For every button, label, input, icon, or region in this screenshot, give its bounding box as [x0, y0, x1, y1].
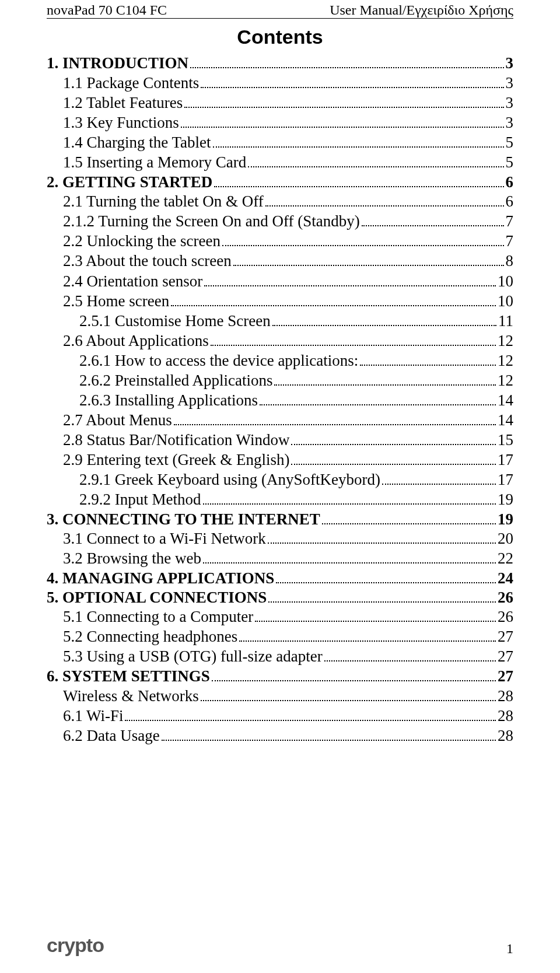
toc-page: 5 [506, 134, 514, 152]
toc-label: 2.1 Turning the tablet On & Off [63, 192, 264, 211]
toc-leader [382, 473, 496, 485]
toc-leader [214, 176, 503, 188]
toc-label: 1.4 Charging the Tablet [63, 134, 211, 152]
toc-page: 14 [498, 411, 513, 429]
toc-page: 7 [506, 212, 514, 230]
toc-page: 20 [498, 530, 513, 548]
toc-label: 1.2 Tablet Features [63, 94, 183, 112]
toc-entry: 5.1 Connecting to a Computer26 [63, 608, 513, 626]
toc-label: 2.5 Home screen [63, 292, 169, 310]
toc-entry: 3.2 Browsing the web22 [63, 550, 513, 568]
toc-leader [203, 493, 496, 505]
toc-label: 2.4 Orientation sensor [63, 272, 202, 290]
toc-leader [204, 275, 496, 286]
toc-entry: 3. CONNECTING TO THE INTERNET19 [47, 510, 513, 528]
brand-logo: crypto [47, 934, 104, 957]
toc-page: 22 [498, 550, 513, 568]
toc-label: 2.6.2 Preinstalled Applications [79, 372, 272, 390]
toc-leader [171, 295, 496, 306]
toc-label: 2.6 About Applications [63, 332, 209, 350]
toc-entry: Wireless & Networks28 [63, 687, 513, 705]
toc-entry: 2.9 Entering text (Greek & English)17 [63, 451, 513, 469]
toc-label: 2.9.1 Greek Keyboard using (AnySoftKeybo… [79, 471, 380, 489]
toc-leader [212, 670, 496, 682]
toc-page: 19 [498, 491, 513, 509]
toc-entry: 2.9.1 Greek Keyboard using (AnySoftKeybo… [79, 471, 513, 489]
toc-label: 2.3 About the touch screen [63, 252, 232, 270]
toc-leader [239, 631, 496, 642]
toc-leader [222, 235, 504, 247]
table-of-contents: 1. INTRODUCTION31.1 Package Contents31.2… [47, 54, 513, 745]
toc-entry: 3.1 Connect to a Wi-Fi Network20 [63, 530, 513, 548]
toc-leader [360, 354, 496, 366]
toc-label: 6.2 Data Usage [63, 727, 160, 745]
toc-entry: 2.6.2 Preinstalled Applications12 [79, 372, 513, 390]
header-bar: novaPad 70 C104 FC User Manual/Εγχειρίδι… [47, 0, 513, 19]
toc-page: 6 [506, 173, 514, 191]
toc-leader [233, 255, 504, 267]
toc-page: 28 [498, 707, 513, 725]
header-left: novaPad 70 C104 FC [47, 2, 167, 18]
toc-leader [291, 453, 496, 465]
page-number: 1 [506, 941, 513, 957]
footer: crypto 1 [47, 934, 513, 957]
toc-entry: 2.9.2 Input Method19 [79, 491, 513, 509]
toc-entry: 1.5 Inserting a Memory Card5 [63, 153, 513, 172]
toc-page: 26 [498, 589, 513, 607]
toc-leader [274, 374, 496, 386]
toc-page: 8 [506, 252, 514, 270]
toc-leader [174, 414, 496, 425]
toc-leader [265, 195, 504, 207]
toc-leader [362, 215, 504, 227]
toc-label: 2.9.2 Input Method [79, 491, 201, 509]
toc-entry: 2.5 Home screen10 [63, 292, 513, 310]
toc-label: 1.1 Package Contents [63, 74, 199, 92]
toc-leader [125, 709, 496, 721]
toc-page: 19 [498, 510, 513, 528]
toc-leader [322, 513, 496, 525]
toc-entry: 5.2 Connecting headphones27 [63, 628, 513, 646]
toc-leader [248, 156, 503, 168]
toc-page: 5 [506, 153, 514, 172]
toc-leader [260, 394, 496, 405]
toc-page: 28 [498, 727, 513, 745]
toc-page: 27 [498, 667, 513, 685]
toc-label: 3. CONNECTING TO THE INTERNET [47, 510, 320, 528]
toc-entry: 1. INTRODUCTION3 [47, 54, 513, 72]
toc-page: 3 [506, 114, 514, 132]
toc-label: 4. MANAGING APPLICATIONS [47, 569, 274, 587]
toc-label: 2.8 Status Bar/Notification Window [63, 431, 289, 449]
toc-leader [276, 572, 496, 584]
toc-entry: 4. MANAGING APPLICATIONS24 [47, 569, 513, 587]
toc-page: 3 [506, 54, 514, 72]
toc-label: 2.2 Unlocking the screen [63, 232, 220, 250]
toc-page: 17 [498, 471, 513, 489]
toc-page: 12 [498, 352, 513, 370]
toc-entry: 2.6.3 Installing Applications14 [79, 391, 513, 410]
toc-leader [291, 433, 496, 445]
toc-label: 2.1.2 Turning the Screen On and Off (Sta… [63, 212, 360, 230]
toc-page: 12 [498, 332, 513, 350]
page-container: novaPad 70 C104 FC User Manual/Εγχειρίδι… [0, 0, 560, 973]
toc-page: 15 [498, 431, 513, 449]
toc-entry: 2.6.1 How to access the device applicati… [79, 352, 513, 370]
toc-label: 6. SYSTEM SETTINGS [47, 667, 210, 685]
toc-page: 17 [498, 451, 513, 469]
toc-leader [211, 334, 496, 346]
toc-label: Wireless & Networks [63, 687, 199, 705]
toc-entry: 6. SYSTEM SETTINGS27 [47, 667, 513, 685]
toc-leader [201, 77, 503, 89]
toc-leader [324, 650, 496, 662]
toc-entry: 1.1 Package Contents3 [63, 74, 513, 92]
toc-page: 7 [506, 232, 514, 250]
toc-entry: 2.6 About Applications12 [63, 332, 513, 350]
toc-page: 6 [506, 192, 514, 211]
toc-entry: 2.7 About Menus14 [63, 411, 513, 429]
toc-entry: 2.8 Status Bar/Notification Window15 [63, 431, 513, 449]
toc-leader [268, 533, 496, 544]
toc-label: 2.6.3 Installing Applications [79, 391, 258, 410]
toc-label: 5.2 Connecting headphones [63, 628, 237, 646]
toc-page: 24 [498, 569, 513, 587]
toc-page: 27 [498, 648, 513, 666]
toc-entry: 5. OPTIONAL CONNECTIONS26 [47, 589, 513, 607]
